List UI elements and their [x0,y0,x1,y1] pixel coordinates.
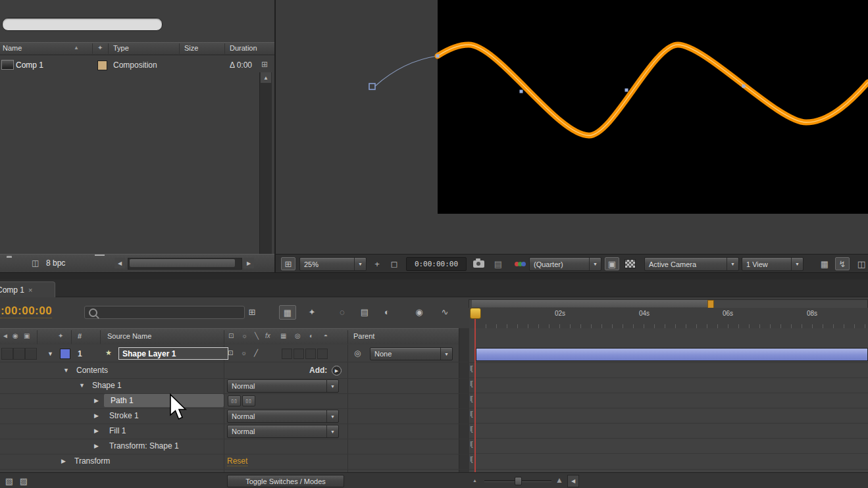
shrink-panel-button[interactable]: ◀ [567,475,579,487]
zoom-slider-handle[interactable] [515,477,522,485]
shape1-label[interactable]: Shape 1 [92,381,122,390]
project-col-type[interactable]: Type [113,44,129,52]
column-hash[interactable]: # [78,332,82,340]
fill1-expand-triangle[interactable]: ▶ [94,427,99,434]
comp-mini-flowchart-icon[interactable]: ⊞ [241,305,263,318]
column-parent[interactable]: Parent [353,332,374,340]
show-channels-icon[interactable] [509,257,524,270]
hscroll-left-button[interactable]: ◀ [115,258,125,268]
stroke1-blendmode-dropdown[interactable]: Normal ▼ [227,410,339,423]
cti-line[interactable] [474,318,476,472]
transform-shape1-expand-triangle[interactable]: ▶ [94,443,99,449]
property-row-path-1[interactable]: ▶ Path 1 ▯▯ ▯▯ [0,393,469,409]
timeline-zoom-slider[interactable] [484,480,551,481]
composition-canvas[interactable] [276,0,868,253]
region-of-interest-icon[interactable]: ⊞ [281,257,295,270]
zoom-out-mountain-icon[interactable]: ▲ [472,478,477,483]
layer-expand-triangle[interactable]: ▼ [47,351,53,357]
brainstorm-icon[interactable]: ✦ [301,305,322,318]
tab-close-icon[interactable]: × [28,286,32,294]
timeline-search-field[interactable] [84,306,245,319]
layer-fx-icon[interactable]: ☼ [241,349,247,356]
project-item-name[interactable]: Comp 1 [16,61,43,70]
layer-color-chip[interactable] [60,349,70,359]
project-hscrollbar[interactable] [128,258,242,270]
toggle-left-pane-icon[interactable]: ▧ [1,474,17,487]
property-row-shape-1[interactable]: ▼ Shape 1 Normal ▼ [0,378,469,394]
project-col-name[interactable]: Name [3,44,22,52]
column-source-name[interactable]: Source Name [107,332,151,340]
project-col-duration[interactable]: Duration [230,44,257,52]
toggle-graph-pane-icon[interactable]: ▨ [16,474,32,487]
property-row-stroke-1[interactable]: ▶ Stroke 1 Normal ▼ [0,408,469,424]
mask-visibility-icon[interactable]: ◻ [386,257,402,270]
layer-duration-bar[interactable] [476,348,868,361]
path1-label[interactable]: Path 1 [111,396,134,405]
resolution-dropdown[interactable]: (Quarter) ▼ [529,257,601,271]
scroll-up-button[interactable]: ▲ [261,72,271,83]
timeline-timecode[interactable]: 0:00:00:00 [0,305,52,318]
hscroll-thumb[interactable] [130,259,235,267]
transform-shape1-label[interactable]: Transform: Shape 1 [109,441,179,451]
work-area-bar[interactable] [472,300,711,307]
parent-dropdown[interactable]: None ▼ [370,347,453,360]
time-ruler[interactable]: 0s 02s 04s 06s 08s [469,308,868,329]
layer-quality-icon[interactable]: ⊡ [228,349,233,356]
parent-pickwhip-icon[interactable]: ◎ [354,349,361,358]
lock-toggle[interactable] [25,348,37,360]
shape1-expand-triangle[interactable]: ▼ [79,382,85,389]
audio-toggle[interactable] [13,348,25,360]
fast-previews-icon[interactable]: ↯ [835,257,850,270]
motion-blur-icon[interactable]: ◐ [379,305,395,318]
property-row-transform[interactable]: ▶ Transform Reset [0,454,469,470]
transform-reset-link[interactable]: Reset [227,456,247,466]
project-col-size[interactable]: Size [184,44,198,52]
grid-guides-icon[interactable]: ▦ [817,257,832,270]
magnification-dropdown[interactable]: 25% ▼ [299,257,367,271]
stroke1-label[interactable]: Stroke 1 [109,411,139,420]
frame-blend-icon[interactable]: ▤ [357,305,372,318]
project-vscrollbar[interactable]: ▲ [259,72,272,254]
live-update-icon[interactable]: ▦ [279,305,296,320]
switch-cell-4[interactable] [317,349,328,359]
pixel-aspect-icon[interactable]: ◫ [854,257,868,270]
switch-cell-3[interactable] [305,349,316,359]
add-label[interactable]: Add: [309,366,327,375]
bit-depth-label[interactable]: 8 bpc [46,258,65,268]
safe-zones-icon[interactable]: + [369,257,385,270]
toggle-switches-modes-button[interactable]: Toggle Switches / Modes [227,475,344,487]
view-layout-dropdown[interactable]: 1 View ▼ [742,257,804,271]
shy-layers-icon[interactable]: ◌ [334,305,350,318]
transparency-grid-icon[interactable] [622,257,638,270]
layer-effects-icon[interactable]: ╱ [254,349,258,356]
project-item-row[interactable]: Comp 1 Composition Δ 0:00 ⊞ [0,58,274,72]
fill1-blendmode-dropdown[interactable]: Normal ▼ [227,425,339,438]
shape1-blendmode-dropdown[interactable]: Normal ▼ [227,379,339,393]
path1-expand-triangle[interactable]: ▶ [94,397,99,404]
eye-toggle[interactable] [1,348,13,360]
add-shape-icon[interactable]: ▶ [332,366,342,376]
path-mask-button[interactable]: ▯▯ [242,395,255,406]
layer-row-shape-layer-1[interactable]: ▼ 1 ★ Shape Layer 1 ⊡ ☼ ╱ ◎ None ▼ [0,346,469,362]
property-row-transform-shape-1[interactable]: ▶ Transform: Shape 1 [0,439,469,454]
stroke1-expand-triangle[interactable]: ▶ [94,412,99,419]
transform-label[interactable]: Transform [74,456,110,466]
switch-cell-1[interactable] [282,349,292,359]
roi-toggle-icon[interactable]: ▣ [605,257,619,270]
contents-label[interactable]: Contents [76,366,108,375]
property-row-fill-1[interactable]: ▶ Fill 1 Normal ▼ [0,424,469,439]
hscroll-right-button[interactable]: ▶ [243,258,254,268]
auto-keyframe-icon[interactable]: ◉ [409,305,429,318]
show-snapshot-icon[interactable]: ▤ [490,257,506,270]
snapshot-camera-icon[interactable] [471,257,486,270]
cti-playhead[interactable] [470,308,481,319]
fill1-label[interactable]: Fill 1 [109,426,126,435]
viewer-timecode-button[interactable]: 0:00:00:00 [406,257,467,271]
property-row-contents[interactable]: ▼ Contents Add: ▶ [0,363,469,379]
transform-expand-triangle[interactable]: ▶ [61,458,66,464]
switch-cell-2[interactable] [294,349,304,359]
graph-editor-icon[interactable]: ∿ [434,305,455,318]
3d-view-dropdown[interactable]: Active Camera ▼ [644,257,739,271]
layer-name-box[interactable]: Shape Layer 1 [118,347,228,360]
project-search-input[interactable] [2,18,163,31]
